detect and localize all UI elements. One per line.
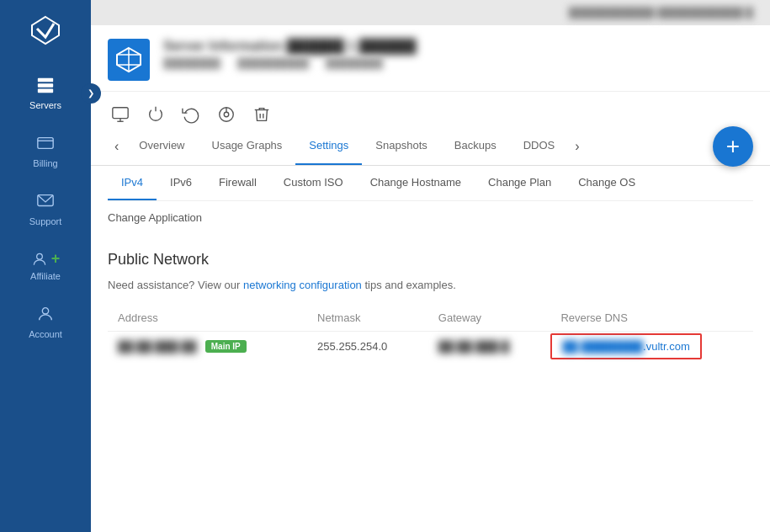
server-logo-icon [108,39,150,81]
help-text: Need assistance? View our networking con… [108,279,753,291]
billing-icon [36,134,55,155]
tab-usage-graphs[interactable]: Usage Graphs [199,127,296,165]
gateway-address: ██.██.███.█ [438,340,510,353]
tab-snapshots[interactable]: Snapshots [362,127,440,165]
sidebar-item-support[interactable]: Support [0,180,91,238]
sub-tab-firewall[interactable]: Firewall [205,166,270,200]
svg-rect-4 [38,138,53,149]
sub-tab-ipv6[interactable]: IPv6 [157,166,205,200]
sub-tab-custom-iso[interactable]: Custom ISO [270,166,357,200]
svg-point-8 [42,308,48,314]
sidebar-item-account[interactable]: Account [0,293,91,351]
sidebar-collapse-btn[interactable]: ❯ [81,83,101,104]
server-meta-ip: ████████ [163,57,220,69]
tab-settings[interactable]: Settings [295,127,362,165]
netmask-cell: 255.255.254.0 [307,332,428,362]
svg-marker-0 [32,17,59,44]
server-header: Server Information ██████ 1 ██████ █████… [91,25,770,92]
content-area: IPv4 IPv6 Firewall Custom ISO Change Hos… [91,166,770,532]
account-icon [36,305,55,326]
monitor-button[interactable] [108,102,133,127]
svg-rect-1 [38,78,53,82]
nav-next-button[interactable]: › [568,139,586,154]
add-server-button[interactable]: + [713,126,753,167]
reverse-dns-blurred: ██.████████ [562,340,643,353]
server-meta: ████████ ██████████ ████████ [163,57,753,69]
servers-label: Servers [29,100,61,110]
affiliate-label: Affiliate [30,271,61,281]
reverse-dns-suffix: .vultr.com [643,340,690,353]
server-meta-location: ██████████ [237,57,309,69]
delete-button[interactable] [249,102,274,127]
gateway-cell: ██.██.███.█ [428,332,551,362]
sub-tabs: IPv4 IPv6 Firewall Custom ISO Change Hos… [108,166,753,201]
col-gateway: Gateway [428,305,551,332]
ip-address: ██.██.███.██ [118,340,197,353]
servers-icon [36,76,55,97]
main-ip-badge: Main IP [205,340,247,353]
sidebar-item-servers[interactable]: Servers ❯ [0,64,91,122]
svg-point-7 [36,253,42,259]
table-row: ██.██.███.██ Main IP 255.255.254.0 ██.██… [108,332,753,362]
svg-rect-2 [38,83,53,88]
iso-button[interactable] [214,102,239,127]
help-text-after: tips and examples. [362,279,456,291]
main-content: ████████████ ████████████ █ Server Infor… [91,0,770,532]
svg-point-17 [224,112,229,117]
sub-tab-change-plan[interactable]: Change Plan [475,166,565,200]
network-table: Address Netmask Gateway Reverse DNS ██.█… [108,305,753,361]
sub-tab-ipv4[interactable]: IPv4 [108,166,157,200]
section-title: Public Network [108,251,753,269]
vultr-logo[interactable] [25,10,66,51]
support-label: Support [29,216,62,226]
affiliate-plus-icon: + [51,250,61,268]
sub-tab-change-application[interactable]: Change Application [108,208,753,234]
nav-tabs: ‹ Overview Usage Graphs Settings Snapsho… [91,127,770,166]
billing-label: Billing [33,158,57,168]
help-text-before: Need assistance? View our [108,279,243,291]
server-name: Server Information ██████ 1 ██████ [163,39,753,54]
reverse-dns-cell: ██.████████.vultr.com [550,332,753,362]
support-icon [36,192,55,213]
tab-backups[interactable]: Backups [441,127,510,165]
server-info: Server Information ██████ 1 ██████ █████… [163,39,753,69]
tab-overview[interactable]: Overview [125,127,198,165]
col-address: Address [108,305,307,332]
top-bar-text: ████████████ ████████████ █ [569,7,753,19]
address-cell: ██.██.███.██ Main IP [108,332,307,362]
svg-rect-3 [38,89,53,93]
reverse-dns-highlight: ██.████████.vultr.com [550,333,701,359]
sub-tab-change-os[interactable]: Change OS [565,166,649,200]
restart-button[interactable] [178,102,204,127]
account-label: Account [29,329,62,339]
sidebar-item-billing[interactable]: Billing [0,122,91,180]
svg-rect-13 [113,108,128,119]
sidebar-item-affiliate[interactable]: + Affiliate [0,238,91,293]
col-reverse-dns: Reverse DNS [550,305,753,332]
sidebar: Servers ❯ Billing Support + Affiliate Ac… [0,0,91,532]
nav-prev-button[interactable]: ‹ [108,139,125,154]
top-bar: ████████████ ████████████ █ [91,0,770,25]
affiliate-icons: + [31,250,61,268]
power-button[interactable] [143,102,168,127]
server-actions [91,102,770,127]
networking-config-link[interactable]: networking configuration [243,279,362,291]
tab-ddos[interactable]: DDOS [510,127,569,165]
server-meta-status: ████████ [326,57,383,69]
col-netmask: Netmask [307,305,428,332]
sub-tab-change-hostname[interactable]: Change Hostname [357,166,475,200]
